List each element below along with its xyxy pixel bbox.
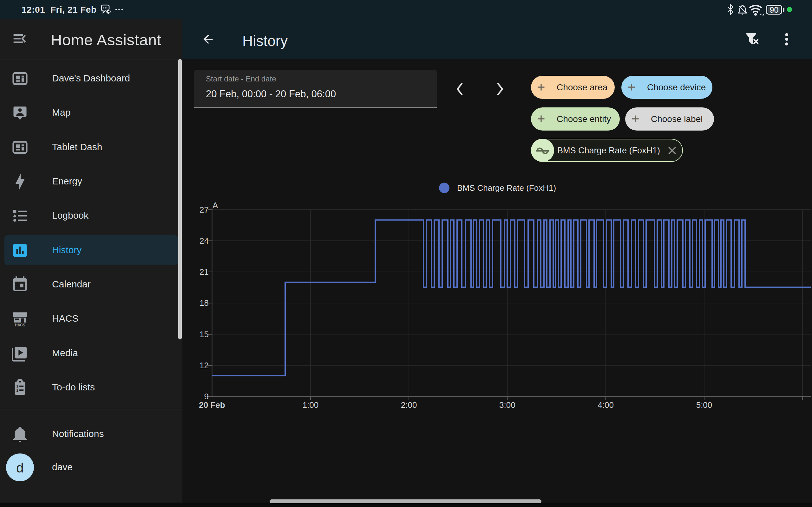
svg-text:15: 15 (200, 330, 209, 339)
svg-text:1: 1 (16, 384, 18, 388)
svg-text:18: 18 (200, 298, 209, 308)
svg-text:3:00: 3:00 (499, 400, 515, 410)
svg-text:9: 9 (204, 392, 209, 401)
svg-text:20 Feb: 20 Feb (199, 400, 225, 410)
svg-text:12: 12 (200, 360, 209, 370)
svg-text:4:00: 4:00 (598, 400, 614, 410)
svg-text:5:00: 5:00 (696, 400, 712, 410)
svg-text:2:00: 2:00 (401, 400, 417, 410)
svg-text:24: 24 (200, 236, 209, 245)
svg-text:27: 27 (200, 205, 209, 215)
svg-text:BMS Charge Rate (FoxH1): BMS Charge Rate (FoxH1) (457, 183, 556, 193)
svg-text:HACS: HACS (15, 323, 26, 327)
svg-text:1:00: 1:00 (302, 400, 318, 410)
svg-text:2: 2 (16, 389, 18, 392)
svg-text:21: 21 (200, 267, 209, 277)
svg-text:A: A (212, 201, 218, 210)
